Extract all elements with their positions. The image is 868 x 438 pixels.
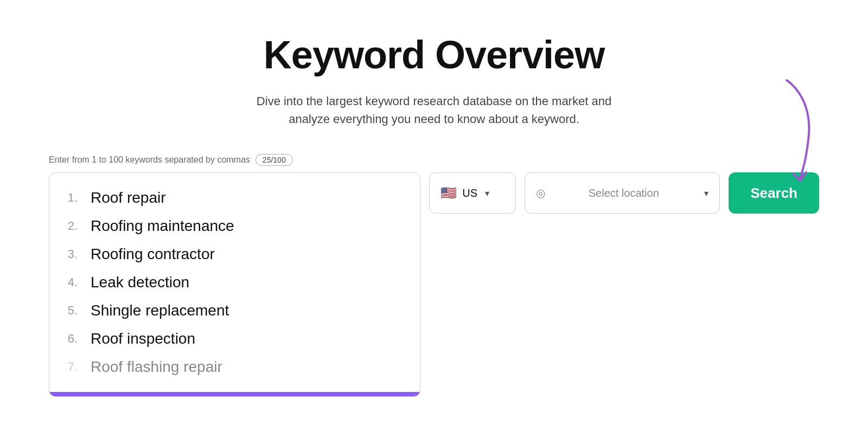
keyword-label-row: Enter from 1 to 100 keywords separated b… xyxy=(27,154,841,166)
country-selector-button[interactable]: 🇺🇸 US ▾ xyxy=(429,172,516,214)
list-item: 6. Roof inspection xyxy=(62,325,407,353)
chevron-down-icon: ▾ xyxy=(485,188,489,198)
purple-accent-bar xyxy=(49,392,420,396)
page-title: Keyword Overview xyxy=(264,33,604,77)
list-item: 2. Roofing maintenance xyxy=(62,212,407,240)
list-item: 3. Roofing contractor xyxy=(62,240,407,268)
list-item: 5. Shingle replacement xyxy=(62,297,407,325)
list-item: 4. Leak detection xyxy=(62,268,407,297)
location-placeholder-text: Select location xyxy=(551,187,697,199)
page-subtitle: Dive into the largest keyword research d… xyxy=(244,92,624,128)
search-area: 1. Roof repair 2. Roofing maintenance 3.… xyxy=(27,172,841,397)
keyword-count-label: Enter from 1 to 100 keywords separated b… xyxy=(49,155,250,165)
keyword-count-badge: 25/100 xyxy=(256,154,293,166)
list-item: 1. Roof repair xyxy=(62,184,407,212)
flag-icon: 🇺🇸 xyxy=(441,185,457,201)
keyword-input-area[interactable]: 1. Roof repair 2. Roofing maintenance 3.… xyxy=(49,172,420,397)
keyword-list: 1. Roof repair 2. Roofing maintenance 3.… xyxy=(49,173,420,392)
arrow-annotation xyxy=(754,75,819,183)
country-code: US xyxy=(462,187,477,199)
location-pin-icon: ◎ xyxy=(536,186,545,199)
location-selector-button[interactable]: ◎ Select location ▾ xyxy=(525,172,720,214)
chevron-down-icon: ▾ xyxy=(704,188,709,198)
list-item: 7. Roof flashing repair xyxy=(62,353,407,381)
